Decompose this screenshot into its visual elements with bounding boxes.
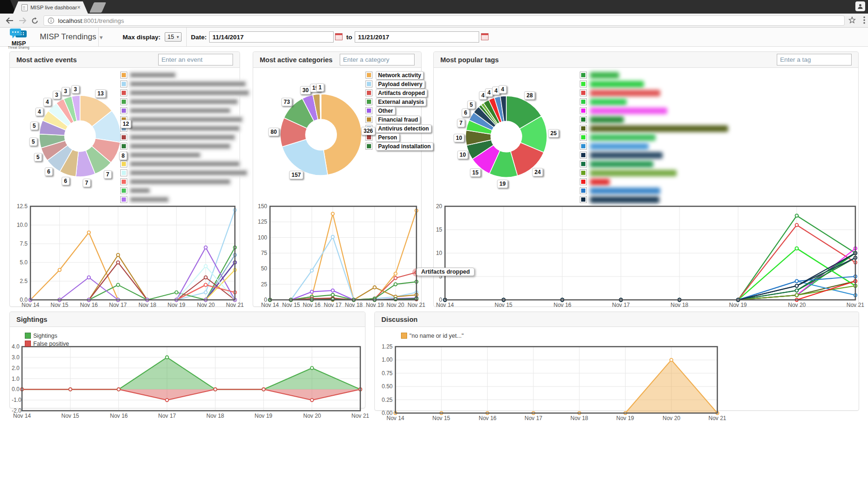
events-line-chart[interactable]: 0.02.55.07.510.012.5Nov 14Nov 15Nov 16No…: [12, 203, 239, 310]
legend-item[interactable]: [580, 186, 728, 195]
legend-swatch: [365, 80, 372, 87]
browser-tab-strip: MISP live dashboard ×: [0, 0, 868, 14]
pie-value-label: 7: [104, 170, 112, 179]
menu-dots-icon[interactable]: [863, 16, 865, 26]
legend-item[interactable]: Artifacts dropped: [365, 88, 433, 97]
legend-item[interactable]: [580, 177, 728, 186]
legend-item[interactable]: [120, 106, 248, 115]
legend-label: Other: [376, 107, 395, 115]
legend-item[interactable]: [580, 80, 728, 88]
legend-swatch: [120, 89, 127, 96]
x-axis-tick: Nov 14: [9, 413, 35, 419]
legend-item[interactable]: Financial fraud: [365, 115, 433, 124]
legend-item[interactable]: [580, 133, 728, 142]
legend-label: "no name or id yet...": [409, 333, 464, 339]
legend-item[interactable]: Network activity: [365, 71, 433, 80]
legend-item[interactable]: [120, 186, 248, 195]
legend-item[interactable]: [120, 124, 248, 133]
legend-item[interactable]: [580, 168, 728, 177]
legend-swatch: [120, 107, 127, 114]
misp-logo[interactable]: MISP Threat Sharing: [6, 29, 32, 49]
x-axis-tick: Nov 15: [490, 302, 517, 308]
legend-item[interactable]: [120, 177, 248, 186]
browser-tab[interactable]: MISP live dashboard ×: [13, 1, 88, 14]
legend-item[interactable]: [120, 168, 248, 177]
legend-item[interactable]: Payload installation: [365, 142, 433, 151]
date-label: Date:: [191, 34, 207, 41]
legend-item[interactable]: Person: [365, 133, 433, 142]
legend-item[interactable]: Other: [365, 106, 433, 115]
event-search-input[interactable]: [158, 54, 233, 65]
refresh-icon[interactable]: [29, 15, 40, 26]
legend-item[interactable]: External analysis: [365, 97, 433, 106]
calendar-icon[interactable]: [481, 33, 489, 40]
x-axis-tick: Nov 21: [704, 415, 730, 421]
line-chart-svg: [378, 344, 721, 423]
address-bar[interactable]: localhost:8001/trendings: [44, 15, 845, 26]
pie-value-label: 25: [548, 129, 559, 138]
legend-item[interactable]: [120, 133, 248, 142]
legend-item[interactable]: [120, 115, 248, 124]
y-axis-tick: 1.00: [378, 356, 393, 363]
legend-item[interactable]: Antivirus detection: [365, 124, 433, 133]
redacted-tag-pill: [590, 143, 649, 150]
app-title-dropdown[interactable]: MISP Trendings▼: [40, 32, 104, 42]
pie-value-label: 5: [30, 122, 38, 130]
tags-line-chart[interactable]: 05101520Nov 14Nov 15Nov 16Nov 17Nov 18No…: [435, 203, 858, 310]
y-axis-tick: 7.5: [12, 240, 28, 247]
legend-item[interactable]: [580, 124, 728, 133]
legend-item[interactable]: [580, 71, 728, 80]
legend-item[interactable]: [580, 142, 728, 151]
x-axis-tick: Nov 15: [57, 413, 83, 419]
category-search-input[interactable]: [340, 54, 415, 65]
legend-item[interactable]: [120, 88, 248, 97]
x-axis-tick: Nov 21: [842, 302, 868, 308]
bookmark-star-icon[interactable]: [848, 16, 856, 26]
pie-value-label: 3: [62, 87, 70, 95]
x-axis-tick: Nov 20: [193, 302, 219, 308]
legend-item[interactable]: [120, 142, 248, 151]
legend-item[interactable]: [580, 97, 728, 106]
legend-item[interactable]: [120, 151, 248, 160]
pie-value-label: 10: [457, 151, 468, 159]
pie-value-label: 6: [462, 109, 470, 117]
categories-line-chart[interactable]: 0255075100125150Nov 14Nov 15Nov 16Nov 17…: [255, 203, 420, 310]
legend-swatch: [580, 116, 587, 123]
legend-item[interactable]: [580, 151, 728, 160]
legend-item[interactable]: [120, 80, 248, 88]
x-axis-tick: Nov 14: [17, 302, 44, 308]
date-to-input[interactable]: [355, 31, 479, 43]
y-axis-tick: 5.0: [12, 259, 28, 266]
legend-swatch: [120, 196, 127, 203]
y-axis-tick: 75: [255, 250, 267, 256]
legend-item[interactable]: [120, 195, 248, 204]
max-display-select[interactable]: 15▼: [165, 32, 182, 42]
legend-swatch: [120, 169, 127, 176]
legend-item[interactable]: [580, 115, 728, 124]
legend-item[interactable]: [580, 195, 728, 204]
legend-item[interactable]: [580, 160, 728, 168]
legend-item[interactable]: [580, 106, 728, 115]
legend-swatch: [365, 98, 372, 105]
profile-avatar-icon[interactable]: [855, 1, 865, 11]
legend-item[interactable]: [120, 71, 248, 80]
legend-item[interactable]: [120, 160, 248, 168]
tag-search-input[interactable]: [777, 54, 852, 65]
legend-item[interactable]: [120, 97, 248, 106]
legend-label: Antivirus detection: [376, 124, 431, 133]
tab-close-icon[interactable]: ×: [77, 5, 80, 10]
info-icon[interactable]: [48, 17, 54, 24]
legend-label: Payload installation: [376, 142, 433, 151]
legend-label: Sightings: [33, 333, 57, 339]
back-icon[interactable]: [4, 15, 15, 26]
chevron-down-icon: ▼: [176, 35, 180, 39]
date-from-input[interactable]: [209, 31, 334, 43]
new-tab-button[interactable]: [89, 2, 106, 13]
legend-swatch: [120, 178, 127, 185]
y-axis-tick: 25: [255, 281, 267, 288]
legend-item[interactable]: Payload delivery: [365, 80, 433, 88]
legend-item[interactable]: [580, 88, 728, 97]
donut-svg: [451, 81, 562, 192]
legend-label: Person: [376, 133, 400, 142]
calendar-icon[interactable]: [335, 33, 343, 40]
